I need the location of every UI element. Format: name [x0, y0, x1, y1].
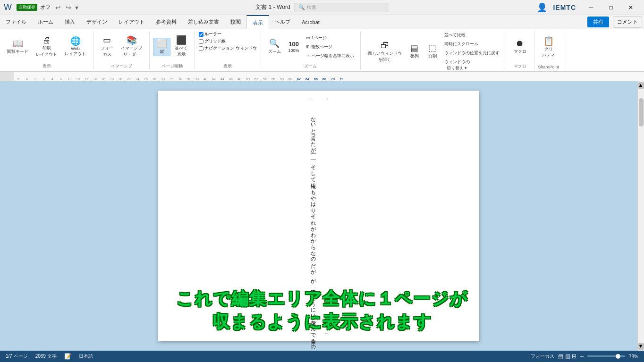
ruler-checkbox[interactable]: ルーラー [199, 31, 221, 37]
tab-design[interactable]: デザイン [81, 15, 113, 29]
split-button[interactable]: ⬚ 分割 [424, 42, 441, 61]
window-buttons: 🗗 新しいウィンドウを開く ▤ 整列 ⬚ 分割 並べて比較 同時にスクロール ウ… [364, 31, 502, 72]
multi-page-button[interactable]: ⊞ 複数ページ [304, 43, 356, 51]
switch-window-button[interactable]: ウィンドウの切り替え ▾ [442, 58, 502, 72]
group-view-mode: 📖 閲覧モード 🖨 印刷レイアウト 🌐 Webレイアウト 表示 [0, 31, 93, 69]
macro-icon: ⏺ [516, 39, 524, 48]
vertical-icon: ⬜ [157, 39, 167, 48]
scrollbar-thumb[interactable] [639, 98, 644, 126]
clipart-icon: 📋 [543, 37, 554, 45]
tab-mailings[interactable]: 差し込み文書 [182, 15, 225, 29]
immersive-reader-button[interactable]: 📚 イマージブリーダー [118, 34, 145, 59]
page-width-button[interactable]: ↔ ページ幅を基準に表示 [304, 52, 356, 60]
ruler: 6 4 2 2 4 6 8 10 12 14 16 18 20 22 24 26… [0, 72, 644, 81]
document-scroll[interactable]: ← → ないと言ったが――そして俺にもやはりそれがわからなのだが が、土甲眼のよ… [0, 81, 637, 351]
group-zoom-label: ズーム [304, 63, 317, 69]
compare-button[interactable]: 並べて比較 [442, 31, 502, 39]
arrange-button[interactable]: ▤ 整列 [406, 42, 423, 61]
arrow-right-icon: → [323, 95, 329, 102]
search-icon: 🔍 [298, 4, 305, 10]
gridlines-checkbox[interactable]: グリッド線 [199, 38, 226, 44]
autosave-toggle[interactable]: オフ [40, 4, 51, 11]
multi-page-icon: ⊞ [306, 44, 310, 49]
language: 日本語 [79, 353, 93, 360]
title-bar-left: W 自動保存 オフ ↩ ↪ ▾ [4, 2, 79, 12]
page-zoom-buttons: ▭ 1ページ ⊞ 複数ページ ↔ ページ幅を基準に表示 [304, 34, 356, 60]
redo-icon[interactable]: ↪ [66, 4, 71, 11]
view-mode-buttons: 📖 閲覧モード 🖨 印刷レイアウト 🌐 Webレイアウト [4, 31, 89, 62]
show-buttons: ルーラー グリッド線 ナビゲーション ウィンドウ [199, 31, 257, 62]
web-layout-button[interactable]: 🌐 Webレイアウト [61, 35, 89, 59]
zoom-100-button[interactable]: 100 100% [285, 40, 303, 54]
close-button[interactable]: ✕ [621, 1, 640, 14]
immersive-reader-icon: 📚 [127, 36, 137, 44]
document-page: ← → ないと言ったが――そして俺にもやはりそれがわからなのだが が、土甲眼のよ… [158, 91, 479, 341]
new-window-icon: 🗗 [381, 41, 389, 50]
tab-file[interactable]: ファイル [0, 15, 32, 29]
tab-acrobat[interactable]: Acrobat [296, 15, 325, 29]
zoom-button[interactable]: 🔍 ズーム [265, 38, 284, 56]
print-layout-button[interactable]: 🖨 印刷レイアウト [33, 34, 60, 59]
new-window-button[interactable]: 🗗 新しいウィンドウを開く [364, 40, 405, 64]
group-macro: ⏺ マクロ マクロ [506, 31, 534, 69]
word-count: 2069 文字 [35, 353, 57, 360]
group-show: ルーラー グリッド線 ナビゲーション ウィンドウ 表示 [195, 31, 261, 69]
undo-icon[interactable]: ↩ [55, 4, 61, 11]
document-title: 文書 1 - Word [255, 3, 290, 11]
vertical-button[interactable]: ⬜ 縦 [153, 38, 170, 56]
tab-home[interactable]: ホーム [32, 15, 59, 29]
tab-help[interactable]: ヘルプ [269, 15, 296, 29]
group-sharepoint: 📋 クリパディ SharePoint [534, 31, 564, 69]
page-movement-buttons: ⬜ 縦 ⬛ 並べて表示 [153, 31, 191, 62]
window-controls: ─ □ ✕ [582, 1, 640, 14]
search-placeholder: 検索 [307, 4, 316, 11]
zoom-buttons: 🔍 ズーム 100 100% ▭ 1ページ ⊞ 複数ページ ↔ ページ幅を基準に… [265, 31, 356, 62]
horizontal-ruler: 6 4 2 2 4 6 8 10 12 14 16 18 20 22 24 26… [0, 72, 644, 81]
text-columns: ないと言ったが――そして俺にもやはりそれがわからなのだが が、土甲眼のように思い… [186, 113, 318, 349]
macro-button[interactable]: ⏺ マクロ [510, 38, 530, 56]
navpane-checkbox[interactable]: ナビゲーション ウィンドウ [199, 45, 257, 51]
tab-review[interactable]: 校閲 [225, 15, 246, 29]
tab-layout[interactable]: レイアウト [113, 15, 150, 29]
clipart-button[interactable]: 📋 クリパディ [539, 35, 558, 60]
maximize-button[interactable]: □ [602, 1, 620, 14]
zoom-icon: 🔍 [269, 39, 280, 48]
arrow-left-icon: ← [308, 95, 314, 102]
search-bar[interactable]: 🔍 検索 [294, 3, 389, 12]
focus-button[interactable]: ▭ フォーカス [97, 34, 117, 59]
tab-view[interactable]: 表示 [246, 15, 269, 29]
separator: ─ [580, 354, 584, 359]
share-button[interactable]: 共有 [587, 17, 609, 27]
group-page-movement: ⬜ 縦 ⬛ 並べて表示 ページ移動 [150, 31, 195, 69]
reading-mode-icon: 📖 [13, 39, 23, 48]
ruler-numbers: 6 4 2 2 4 6 8 10 12 14 16 18 20 22 24 26… [14, 72, 346, 81]
side-by-side-button[interactable]: ⬛ 並べて表示 [171, 34, 191, 59]
user-icon[interactable]: 👤 [537, 2, 547, 13]
tab-references[interactable]: 参考資料 [150, 15, 182, 29]
vertical-scrollbar[interactable]: ▲ ▼ [637, 81, 644, 351]
immersive-buttons: ▭ フォーカス 📚 イマージブリーダー [97, 31, 145, 62]
bottom-arrow-left-icon: ← [308, 330, 314, 337]
one-page-button[interactable]: ▭ 1ページ [304, 34, 356, 42]
reading-mode-button[interactable]: 📖 閲覧モード [4, 38, 32, 56]
sync-scroll-button[interactable]: 同時にスクロール [442, 40, 502, 48]
zoom-percent[interactable]: 78% [629, 354, 638, 359]
tab-insert[interactable]: 挿入 [59, 15, 81, 29]
web-layout-icon: 🌐 [70, 37, 81, 45]
focus-label[interactable]: フォーカス [531, 353, 554, 360]
zoom-slider[interactable] [587, 355, 625, 357]
sharepoint-buttons: 📋 クリパディ [539, 31, 558, 64]
scroll-down-button[interactable]: ▼ [638, 343, 644, 350]
comment-button[interactable]: コメント [613, 16, 642, 28]
ribbon-content: 📖 閲覧モード 🖨 印刷レイアウト 🌐 Webレイアウト 表示 ▭ フォーカス … [0, 29, 644, 72]
group-show-label: 表示 [223, 63, 232, 69]
word-icon: W [4, 2, 12, 12]
group-immersive: ▭ フォーカス 📚 イマージブリーダー イマーシブ [93, 31, 150, 69]
window-extra-buttons: 並べて比較 同時にスクロール ウィンドウの位置を元に戻す ウィンドウの切り替え … [442, 31, 502, 72]
ribbon-tabs: ファイル ホーム 挿入 デザイン レイアウト 参考資料 差し込み文書 校閲 表示… [0, 15, 644, 29]
split-icon: ⬚ [428, 44, 436, 52]
minimize-button[interactable]: ─ [582, 1, 601, 14]
scroll-up-button[interactable]: ▲ [638, 82, 644, 89]
customize-icon[interactable]: ▾ [75, 4, 78, 11]
reset-window-button[interactable]: ウィンドウの位置を元に戻す [442, 49, 502, 57]
